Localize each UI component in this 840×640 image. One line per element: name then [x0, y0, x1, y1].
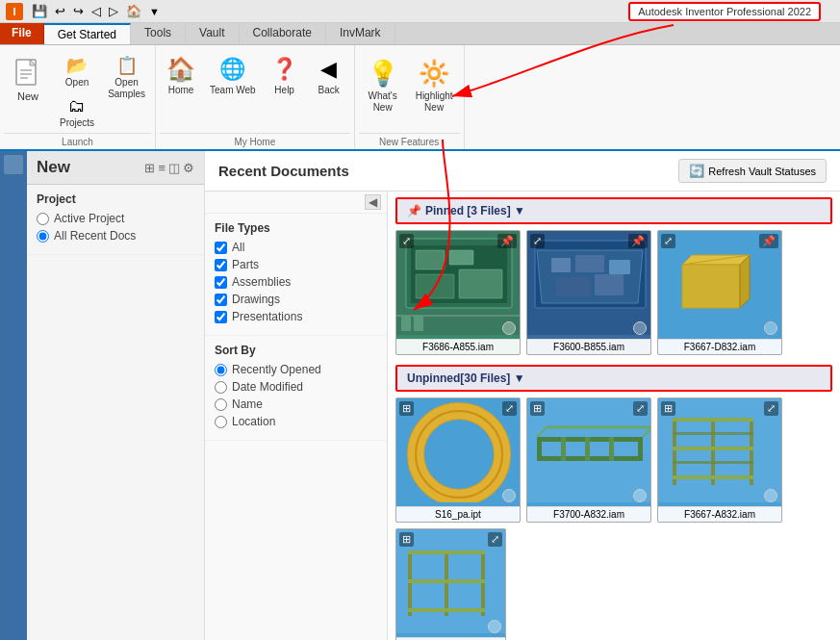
file-card-3-pin[interactable]: 📌	[759, 234, 778, 248]
svg-rect-44	[673, 418, 676, 485]
back-button[interactable]: ◀ Back	[308, 51, 350, 98]
quick-access-toolbar: 💾 ↩ ↪ ◁ ▷ 🏠 ▼	[29, 3, 163, 19]
sort-date-modified[interactable]: Date Modified	[215, 380, 377, 394]
sidebar-strip-icon	[4, 155, 23, 174]
filetype-assemblies[interactable]: Assemblies	[215, 275, 377, 289]
svg-rect-8	[416, 250, 445, 269]
svg-rect-48	[673, 447, 753, 450]
tab-file[interactable]: File	[0, 23, 44, 44]
open-samples-label: OpenSamples	[108, 77, 145, 100]
svg-rect-46	[750, 418, 753, 485]
svg-rect-22	[595, 274, 624, 295]
unpinned-card-1[interactable]: ⊞ ⤢ S16_pa.ipt	[395, 397, 521, 523]
file-card-3[interactable]: ⤢ 📌 F3667-D832.iam	[657, 230, 782, 355]
svg-marker-25	[682, 265, 740, 308]
svg-rect-13	[401, 316, 411, 331]
sort-location[interactable]: Location	[215, 415, 377, 428]
team-web-label: Team Web	[210, 85, 256, 95]
filetype-parts[interactable]: Parts	[215, 258, 377, 271]
app-title-annotation: Autodesk Inventor Professional 2022	[628, 2, 821, 21]
file-card-2[interactable]: ⤢ 📌 F3600-B855.iam	[526, 230, 651, 355]
qa-redo[interactable]: ↪	[70, 3, 87, 19]
file-card-1-expand[interactable]: ⤢	[399, 234, 414, 248]
unpinned-card-4-circle	[488, 620, 501, 633]
whats-new-button[interactable]: 💡 What'sNew	[359, 51, 407, 118]
sort-name[interactable]: Name	[215, 397, 377, 411]
refresh-vault-button[interactable]: 🔄 Refresh Vault Statuses	[678, 159, 827, 183]
file-card-3-expand[interactable]: ⤢	[661, 234, 675, 248]
tab-invmark[interactable]: InvMark	[326, 23, 395, 44]
pinned-section-header[interactable]: 📌 Pinned [3 Files] ▼	[395, 197, 832, 224]
qa-save[interactable]: 💾	[29, 3, 50, 19]
unpinned-card-2[interactable]: ⊞ ⤢ F3700-A832.iam	[526, 397, 651, 523]
help-button[interactable]: ❓ Help	[264, 51, 306, 98]
open-samples-button[interactable]: 📋 OpenSamples	[102, 51, 151, 103]
new-features-group-label: New Features	[359, 133, 460, 147]
sort-recently-opened[interactable]: Recently Opened	[215, 363, 377, 376]
ribbon-group-my-home: 🏠 Home 🌐 Team Web ❓ Help ◀ Back My Home	[156, 45, 355, 149]
sort-by-section: Sort By Recently Opened Date Modified Na…	[205, 336, 387, 441]
svg-marker-26	[740, 255, 750, 308]
qa-back[interactable]: ◁	[89, 3, 104, 19]
new-button-label: New	[17, 90, 38, 102]
unpinned-card-3-expand[interactable]: ⊞	[661, 401, 675, 416]
unpinned-card-4-expand[interactable]: ⊞	[399, 532, 414, 547]
app-logo: I	[6, 3, 23, 20]
open-button[interactable]: 📂 Open	[54, 51, 100, 90]
tab-collaborate[interactable]: Collaborate	[240, 23, 326, 44]
unpinned-card-4[interactable]: ⊞ ⤢ F3696-A832.iam	[395, 528, 506, 640]
unpinned-card-2-circle	[633, 489, 647, 502]
unpinned-card-2-expand[interactable]: ⊞	[530, 401, 545, 416]
new-panel: New ⊞ ≡ ◫ ⚙ Project Active Project All R…	[27, 151, 205, 640]
new-panel-icon-list[interactable]: ≡	[158, 161, 165, 175]
qa-more[interactable]: ▼	[146, 5, 163, 18]
filter-arrow-left[interactable]: ◀	[365, 194, 381, 210]
sidebar-nav	[0, 151, 27, 640]
svg-rect-47	[673, 418, 753, 422]
my-home-group-label: My Home	[160, 133, 350, 147]
active-project-option[interactable]: Active Project	[37, 212, 194, 225]
tab-tools[interactable]: Tools	[131, 23, 186, 44]
unpinned-card-3-label: F3667-A832.iam	[658, 506, 781, 522]
filetype-drawings[interactable]: Drawings	[215, 293, 377, 306]
highlight-new-button[interactable]: 🔆 HighlightNew	[409, 51, 460, 118]
file-types-title: File Types	[215, 221, 377, 235]
home-button[interactable]: 🏠 Home	[160, 51, 202, 98]
file-card-1-pin[interactable]: 📌	[497, 234, 517, 248]
qa-home[interactable]: 🏠	[123, 3, 144, 19]
filetype-all[interactable]: All	[215, 241, 377, 254]
tab-vault[interactable]: Vault	[186, 23, 239, 44]
unpinned-section-header[interactable]: Unpinned[30 Files] ▼	[395, 365, 832, 392]
file-card-1-circle	[502, 321, 516, 335]
new-panel-title: New	[37, 158, 70, 177]
new-button[interactable]: New	[4, 51, 52, 107]
projects-button[interactable]: 🗂 Projects	[54, 91, 100, 131]
svg-rect-51	[673, 461, 753, 464]
unpinned-card-3-expand2[interactable]: ⤢	[764, 401, 778, 416]
tab-get-started[interactable]: Get Started	[44, 23, 131, 44]
unpinned-card-2-label: F3700-A832.iam	[527, 506, 650, 522]
qa-undo[interactable]: ↩	[52, 3, 68, 19]
file-card-2-label: F3600-B855.iam	[527, 339, 650, 354]
unpinned-card-1-expand[interactable]: ⊞	[399, 401, 414, 416]
all-recent-docs-option[interactable]: All Recent Docs	[37, 229, 194, 243]
team-web-button[interactable]: 🌐 Team Web	[204, 51, 262, 98]
file-card-1[interactable]: ⤢ 📌 F3686-A855.iam	[395, 230, 521, 355]
file-card-2-expand[interactable]: ⤢	[530, 234, 545, 248]
filetype-presentations[interactable]: Presentations	[215, 310, 377, 323]
unpinned-card-4-expand2[interactable]: ⤢	[488, 532, 502, 547]
new-panel-icon-settings[interactable]: ⚙	[183, 161, 194, 175]
file-card-2-pin[interactable]: 📌	[628, 234, 648, 248]
svg-rect-57	[408, 579, 485, 583]
unpinned-card-3[interactable]: ⊞ ⤢ F3667-A832.iam	[657, 397, 782, 523]
highlight-new-label: HighlightNew	[416, 90, 453, 114]
unpinned-card-2-expand2[interactable]: ⤢	[633, 401, 648, 416]
svg-rect-9	[449, 250, 473, 265]
launch-group-label: Launch	[4, 133, 151, 147]
new-panel-icon-grid[interactable]: ⊞	[144, 161, 155, 175]
svg-rect-19	[575, 255, 604, 272]
unpinned-card-1-expand2[interactable]: ⤢	[502, 401, 517, 416]
qa-forward[interactable]: ▷	[106, 3, 121, 19]
new-panel-icon-split[interactable]: ◫	[168, 161, 180, 175]
svg-rect-45	[711, 418, 715, 485]
